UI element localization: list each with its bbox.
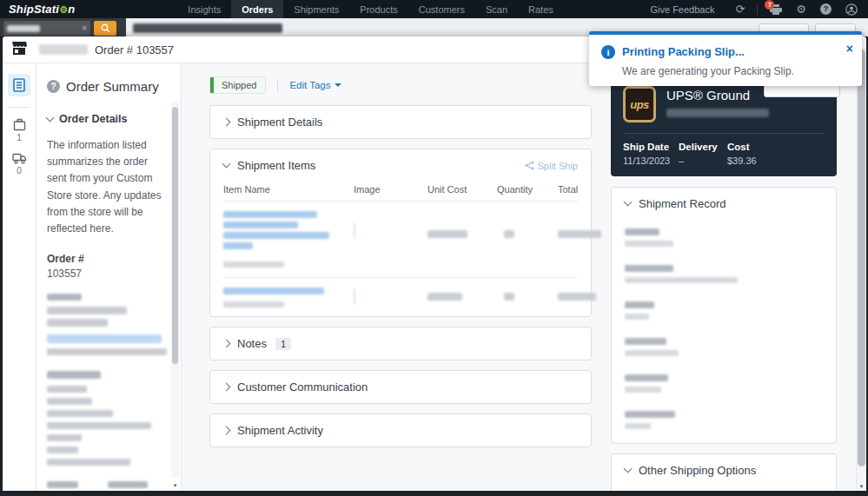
shipment-record-panel: Shipment Record <box>611 187 837 444</box>
printer-icon[interactable]: 7 <box>770 4 782 15</box>
nav-rates[interactable]: Rates <box>518 0 564 18</box>
tracking-number-redacted[interactable] <box>666 109 769 117</box>
shipment-details-toggle[interactable]: Shipment Details <box>223 116 578 129</box>
quantity-redacted <box>504 230 514 238</box>
item-row <box>223 278 578 313</box>
chevron-right-icon <box>222 427 231 435</box>
notes-toggle[interactable]: Notes 1 <box>223 337 578 350</box>
give-feedback-link[interactable]: Give Feedback <box>650 4 714 15</box>
clear-search-icon[interactable]: × <box>82 24 87 33</box>
shipment-activity-toggle[interactable]: Shipment Activity <box>223 424 578 437</box>
breadcrumb-redacted <box>133 23 282 33</box>
info-icon: i <box>601 45 615 59</box>
chevron-right-icon <box>222 340 231 348</box>
item-name-redacted[interactable] <box>223 211 354 268</box>
cost-stat: Cost $39.36 <box>727 142 757 166</box>
search-query-redacted <box>7 25 40 32</box>
toast-notification: i Printing Packing Slip... We are genera… <box>589 31 862 86</box>
edit-tags-button[interactable]: Edit Tags <box>289 80 341 90</box>
shipments-count: 1 <box>17 133 22 142</box>
chevron-down-icon <box>624 198 633 207</box>
record-field-redacted <box>625 228 823 247</box>
search-button[interactable] <box>94 21 116 36</box>
record-field-redacted <box>625 411 823 429</box>
toast-message: We are generating your Packing Slip. <box>622 65 794 77</box>
sidebar-scroll-thumb[interactable] <box>172 107 178 364</box>
chevron-down-icon <box>624 465 633 473</box>
item-name-redacted[interactable] <box>223 288 354 308</box>
package-icon <box>13 118 26 131</box>
toast-close-button[interactable]: × <box>846 43 853 55</box>
nav-orders[interactable]: Orders <box>231 0 283 18</box>
record-field-redacted <box>625 265 823 283</box>
help-circle-icon[interactable]: ? <box>47 80 60 93</box>
account-icon[interactable] <box>845 3 858 16</box>
logo-text-post: n <box>68 3 75 16</box>
settings-gear-icon[interactable]: ⚙ <box>796 3 806 15</box>
search-input[interactable]: × <box>3 21 90 36</box>
item-image-placeholder <box>354 288 355 305</box>
chevron-down-icon <box>222 160 231 169</box>
rail-shipments-button[interactable]: 1 <box>13 118 26 142</box>
print-queue-badge: 7 <box>765 0 774 10</box>
topnav-right: Give Feedback ⟳ 7 ⚙ ? <box>650 0 868 18</box>
shipment-items-toggle[interactable]: Shipment Items Split Ship <box>223 159 578 172</box>
nav-insights[interactable]: Insights <box>177 0 231 18</box>
chevron-right-icon <box>222 118 231 127</box>
delivery-stat: Delivery – <box>679 142 727 166</box>
store-icon <box>11 42 27 58</box>
shipment-details-panel: Shipment Details <box>209 105 592 139</box>
unit-cost-redacted <box>427 230 467 238</box>
split-icon <box>525 161 534 170</box>
order-content: Shipped Edit Tags Shipment Details <box>182 63 856 491</box>
nav-shipments[interactable]: Shipments <box>283 0 349 18</box>
customer-communication-panel: Customer Communication <box>209 370 592 404</box>
modal-scroll-down-arrow[interactable]: ▾ <box>857 483 866 490</box>
item-image-placeholder <box>354 222 355 239</box>
shipment-record-toggle[interactable]: Shipment Record <box>625 197 823 210</box>
sidebar-redacted-block <box>47 294 162 491</box>
caret-down-icon <box>335 83 341 87</box>
modal-left-rail: 1 0 <box>3 63 36 491</box>
ups-logo: ups <box>623 86 656 122</box>
customer-communication-toggle[interactable]: Customer Communication <box>223 380 578 393</box>
order-detail-modal: Order # 103557 1 0 <box>3 36 866 491</box>
refresh-icon[interactable]: ⟳ <box>735 3 745 15</box>
chevron-right-icon <box>222 383 231 392</box>
total-redacted <box>558 230 601 238</box>
nav-products[interactable]: Products <box>349 0 407 18</box>
logo-text-pre: ShipStati <box>9 3 59 16</box>
shipstation-logo[interactable]: ShipStati⚙n <box>9 3 75 16</box>
modal-scroll-thumb[interactable] <box>858 50 865 466</box>
unit-cost-redacted <box>427 293 462 301</box>
order-summary-title-row: ? Order Summary <box>47 79 162 94</box>
record-field-redacted <box>625 374 823 393</box>
sidebar-link-redacted <box>47 334 162 343</box>
modal-scrollbar[interactable]: ▾ <box>856 48 866 491</box>
shipping-column: ups UPS® Ground ••• Ship Date 11/13/2 <box>611 76 837 491</box>
other-shipping-options-toggle[interactable]: Other Shipping Options <box>625 464 823 477</box>
order-summary-title: Order Summary <box>66 79 159 94</box>
rail-returns-button[interactable]: 0 <box>12 153 27 175</box>
logo-gear-icon: ⚙ <box>59 4 68 15</box>
truck-icon <box>12 153 27 164</box>
shipment-panels-column: Shipped Edit Tags Shipment Details <box>209 76 592 491</box>
sidebar-scroll-down-arrow[interactable]: ▾ <box>171 482 179 489</box>
order-number-label: Order # <box>47 253 162 265</box>
rail-order-summary-button[interactable] <box>8 74 30 96</box>
record-field-redacted <box>625 338 823 356</box>
modal-body: 1 0 ? Order Summary Order Details <box>3 63 856 491</box>
modal-order-title: Order # 103557 <box>95 43 174 56</box>
search-panel: × <box>0 18 126 36</box>
nav-scan[interactable]: Scan <box>475 0 518 18</box>
total-redacted <box>558 293 596 301</box>
topnav-divider <box>757 3 758 15</box>
items-table-header: Item Name Image Unit Cost Quantity Total <box>223 172 578 202</box>
sidebar-scrollbar[interactable] <box>171 102 179 479</box>
item-row <box>223 202 578 278</box>
nav-customers[interactable]: Customers <box>408 0 475 18</box>
order-details-toggle[interactable]: Order Details <box>47 113 162 125</box>
help-icon[interactable]: ? <box>820 3 832 15</box>
split-ship-button[interactable]: Split Ship <box>525 161 578 171</box>
notes-count-badge: 1 <box>275 338 291 350</box>
